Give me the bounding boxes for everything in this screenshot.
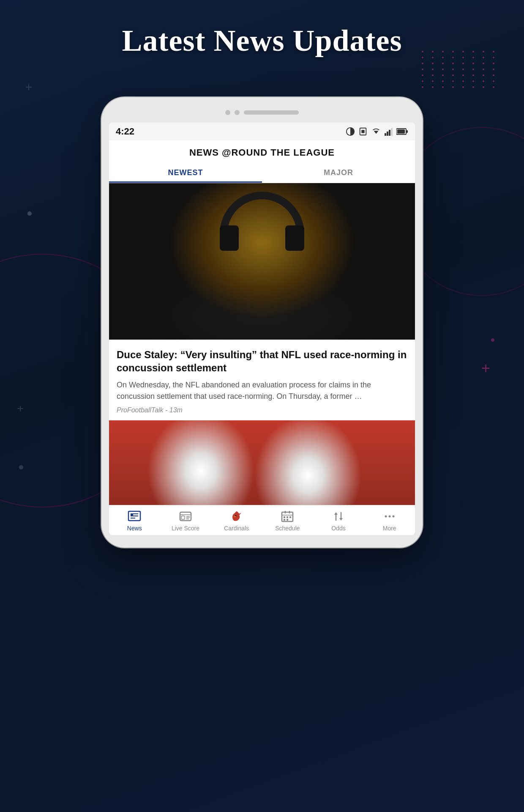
bg-grid-dot [483, 80, 484, 82]
article-1-source: ProFootballTalk - 13m [117, 406, 407, 414]
svg-rect-27 [284, 516, 285, 518]
nav-item-cardinals[interactable]: Cardinals [211, 510, 262, 532]
nav-item-news[interactable]: News [109, 510, 160, 532]
bg-grid-dot [442, 74, 444, 76]
tabs-row: NEWEST MAJOR [109, 164, 415, 183]
bg-grid-dot [472, 69, 474, 70]
svg-marker-33 [334, 512, 338, 515]
article-1-summary: On Wednesday, the NFL abandoned an evalu… [117, 379, 407, 402]
bg-grid-dot [462, 86, 464, 88]
bg-grid-dot [442, 86, 444, 88]
signal-icon [385, 127, 393, 136]
bg-grid-dot [442, 80, 444, 82]
bg-grid-dot [483, 69, 484, 70]
headset-ear-left [220, 225, 239, 251]
bg-dot-3 [19, 465, 23, 469]
bg-dot-1 [27, 211, 32, 216]
svg-marker-3 [374, 131, 379, 134]
app-header: NEWS @ROUND THE LEAGUE NEWEST MAJOR [109, 140, 415, 183]
status-icons [346, 127, 408, 136]
bg-grid-dot [422, 69, 423, 70]
bg-grid-dot [462, 69, 464, 70]
bg-grid-dot [432, 63, 434, 64]
bg-dot-2 [491, 338, 494, 342]
article-1-content[interactable]: Duce Staley: “Very insulting” that NFL u… [109, 340, 415, 420]
nav-label-cardinals: Cardinals [224, 525, 249, 532]
svg-rect-18 [181, 516, 185, 519]
bottom-nav: News Live Score [109, 505, 415, 535]
svg-rect-28 [287, 516, 288, 518]
bg-grid-dot [483, 86, 484, 88]
bg-grid-dot [432, 80, 434, 82]
svg-rect-30 [284, 519, 285, 521]
bg-cross-3: + [481, 359, 490, 377]
svg-rect-9 [406, 130, 408, 133]
tab-newest[interactable]: NEWEST [109, 164, 262, 183]
nav-item-more[interactable]: More [364, 510, 415, 532]
bg-grid-dot [452, 74, 454, 76]
bg-grid-dot [422, 80, 423, 82]
nav-item-schedule[interactable]: Schedule [262, 510, 313, 532]
nav-label-schedule: Schedule [275, 525, 300, 532]
bg-grid-dot [493, 63, 494, 64]
svg-rect-5 [387, 132, 388, 136]
svg-point-37 [388, 516, 390, 518]
page-title: Latest News Updates [0, 23, 524, 58]
bg-grid-dot [472, 80, 474, 82]
news-icon [128, 510, 141, 523]
bg-grid-dot [493, 80, 494, 82]
bg-grid-dot [422, 86, 423, 88]
nav-label-news: News [127, 525, 142, 532]
bg-grid-dot [472, 74, 474, 76]
cardinals-icon [230, 510, 243, 523]
svg-marker-35 [339, 518, 343, 521]
bg-cross-2: + [17, 402, 24, 415]
phone-dot-2 [235, 110, 240, 115]
svg-point-22 [235, 515, 236, 516]
more-icon [383, 510, 396, 523]
svg-rect-4 [385, 133, 386, 136]
nav-label-more: More [383, 525, 396, 532]
bg-cross-1: + [25, 80, 32, 94]
svg-rect-6 [389, 130, 390, 136]
bg-grid-dot [432, 69, 434, 70]
bg-grid-dot [442, 63, 444, 64]
nav-item-live-score[interactable]: Live Score [160, 510, 211, 532]
bg-grid-dot [422, 63, 423, 64]
players-bg [109, 420, 415, 505]
bg-grid-dot [483, 74, 484, 76]
bg-grid-dot [432, 74, 434, 76]
odds-icon [332, 510, 345, 523]
svg-point-38 [392, 516, 394, 518]
phone-dot-1 [225, 110, 230, 115]
status-time: 4:22 [116, 126, 134, 137]
bg-grid-dot [462, 74, 464, 76]
nav-item-odds[interactable]: Odds [313, 510, 364, 532]
bg-grid-dot [483, 63, 484, 64]
wifi-icon [371, 127, 381, 136]
bg-grid-dot [422, 74, 423, 76]
schedule-icon [281, 510, 294, 523]
circle-half-icon [346, 127, 355, 136]
article-1-title: Duce Staley: “Very insulting” that NFL u… [117, 348, 407, 374]
bg-grid-dot [472, 86, 474, 88]
nav-label-live-score: Live Score [172, 525, 199, 532]
article-2-image [109, 420, 415, 505]
phone-speaker [244, 110, 299, 115]
bg-grid-dot [442, 69, 444, 70]
svg-rect-29 [289, 516, 291, 518]
bg-grid-dot [452, 69, 454, 70]
phone-notch [109, 110, 415, 115]
headset-ear-right [285, 225, 304, 251]
live-score-icon [179, 510, 192, 523]
bg-grid-dot [493, 69, 494, 70]
svg-rect-31 [287, 519, 288, 521]
bg-grid-dot [493, 74, 494, 76]
nav-label-odds: Odds [331, 525, 345, 532]
bg-grid-dot [452, 86, 454, 88]
tab-major[interactable]: MAJOR [262, 164, 415, 183]
bg-grid-dot [452, 80, 454, 82]
battery-icon [396, 127, 408, 136]
app-header-title: NEWS @ROUND THE LEAGUE [109, 147, 415, 158]
bg-grid-dot [432, 86, 434, 88]
